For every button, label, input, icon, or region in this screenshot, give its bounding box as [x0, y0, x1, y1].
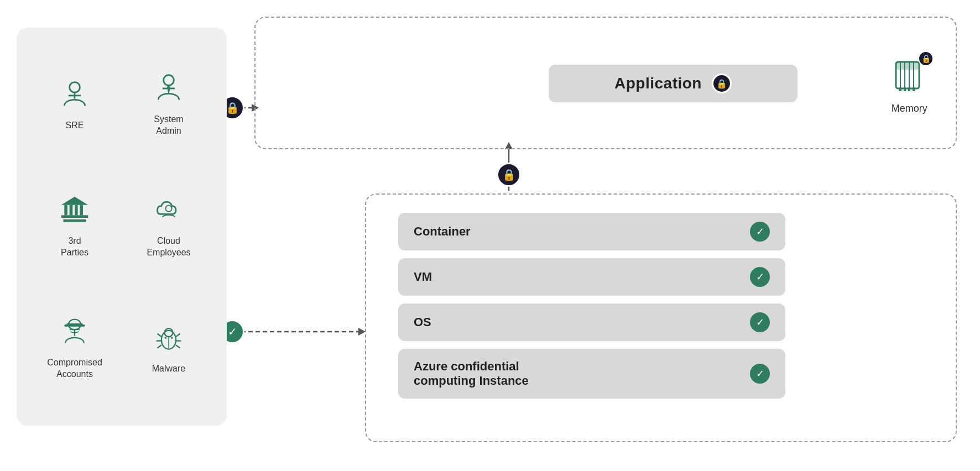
top-box: Application 🔒: [254, 17, 957, 149]
malware-label: Malware: [152, 363, 185, 375]
application-label: Application: [614, 75, 702, 92]
check-icon: ✓: [228, 325, 237, 338]
actor-cloud-employees: CloudEmployees: [127, 171, 210, 282]
sre-icon: [59, 79, 90, 114]
memory-lock-badge: 🔒: [918, 51, 934, 66]
stack-os-item: OS ✓: [398, 303, 785, 341]
resources-area: 🔒 Memory 🔒 Storage: [853, 45, 980, 114]
actor-sre: SRE: [33, 50, 116, 160]
cloud-employees-label: CloudEmployees: [147, 236, 190, 259]
lock-icon: 🔒: [226, 101, 239, 114]
vm-check: ✓: [750, 267, 770, 287]
svg-point-35: [171, 337, 173, 339]
azure-label: Azure confidentialcomputing Instance: [414, 359, 529, 388]
svg-rect-46: [913, 87, 915, 91]
cloud-employees-icon: [153, 195, 184, 230]
svg-point-6: [70, 82, 80, 92]
stack-azure-item: Azure confidentialcomputing Instance ✓: [398, 349, 785, 399]
os-label: OS: [414, 315, 431, 329]
svg-marker-19: [61, 197, 88, 205]
stack-container-item: Container ✓: [398, 213, 785, 250]
memory-icon-wrap: 🔒: [892, 56, 927, 97]
actor-compromised-accounts: CompromisedAccounts: [33, 293, 116, 404]
svg-rect-45: [908, 87, 910, 91]
container-label: Container: [414, 224, 471, 239]
svg-point-34: [165, 337, 167, 339]
container-check: ✓: [750, 222, 770, 242]
diagram-container: 🔒 🔒 ✓ SRE: [0, 0, 980, 471]
svg-rect-43: [899, 87, 901, 91]
svg-rect-14: [61, 216, 88, 218]
svg-point-9: [164, 75, 174, 86]
3rd-parties-icon: [59, 195, 90, 230]
vm-label: VM: [414, 270, 432, 284]
actor-3rd-parties: 3rdParties: [33, 171, 116, 282]
actor-system-admin: SystemAdmin: [127, 50, 210, 160]
azure-check: ✓: [750, 364, 770, 384]
svg-point-20: [165, 206, 171, 212]
svg-rect-17: [75, 205, 78, 216]
compromised-accounts-label: CompromisedAccounts: [47, 357, 102, 380]
svg-rect-38: [896, 62, 919, 70]
app-lock-icon: 🔒: [716, 78, 727, 89]
middle-arrow-lock: 🔒: [497, 163, 521, 187]
system-admin-icon: [153, 73, 184, 108]
svg-rect-23: [64, 325, 85, 327]
stack-container: Container ✓ VM ✓ OS ✓ Azure confidential…: [398, 213, 785, 399]
actor-malware: Malware: [127, 293, 210, 404]
malware-icon: [153, 322, 184, 358]
lock-icon-2: 🔒: [502, 168, 516, 181]
svg-line-33: [176, 345, 180, 348]
svg-point-27: [165, 328, 173, 337]
svg-line-29: [176, 333, 180, 337]
left-panel: SRE SystemAdmin: [17, 28, 227, 426]
application-lock: 🔒: [712, 74, 732, 93]
svg-rect-18: [80, 205, 83, 216]
3rd-parties-label: 3rdParties: [61, 236, 88, 259]
memory-label: Memory: [892, 103, 927, 114]
sre-label: SRE: [66, 120, 84, 132]
os-check: ✓: [750, 312, 770, 332]
svg-rect-15: [64, 205, 67, 216]
stack-vm-item: VM ✓: [398, 258, 785, 296]
svg-line-28: [157, 333, 161, 337]
resource-memory: 🔒 Memory: [892, 56, 927, 114]
application-box: Application 🔒: [549, 65, 797, 102]
svg-rect-13: [63, 219, 86, 222]
compromised-accounts-icon: [59, 316, 90, 352]
svg-rect-44: [904, 87, 906, 91]
svg-line-32: [157, 345, 161, 348]
svg-rect-16: [70, 205, 73, 216]
system-admin-label: SystemAdmin: [154, 114, 183, 137]
